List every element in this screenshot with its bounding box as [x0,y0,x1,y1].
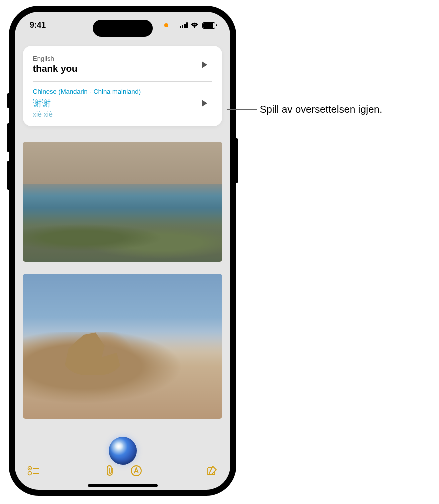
photo-river[interactable] [23,142,222,262]
callout-line [228,110,258,110]
recording-indicator-icon [164,24,168,28]
status-time: 9:41 [30,21,46,30]
target-language-label: Chinese (Mandarin - China mainland) [33,88,196,96]
note-content[interactable] [23,142,222,455]
source-section: English thank you [33,55,212,74]
play-translation-button[interactable] [196,96,212,112]
mute-switch[interactable] [8,94,9,108]
screen: 9:41 English thank you [15,12,230,490]
photo-rock-arch[interactable] [23,274,222,419]
power-button[interactable] [236,138,238,184]
play-source-button[interactable] [196,57,212,73]
translation-card: English thank you Chinese (Mandarin - Ch… [23,46,222,126]
markup-button[interactable] [130,465,142,477]
checklist-button[interactable] [28,466,40,476]
target-transliteration: xiè xiè [33,110,196,118]
card-divider [33,82,212,82]
battery-icon [202,22,216,29]
target-section: Chinese (Mandarin - China mainland) 谢谢 x… [33,88,212,118]
attachment-button[interactable] [104,465,116,477]
home-indicator[interactable] [88,484,158,487]
callout-text: Spill av oversettelsen igjen. [260,104,382,116]
phone-frame: 9:41 English thank you [9,6,236,496]
play-icon [202,62,208,68]
wifi-icon [190,22,199,28]
status-right [164,22,216,29]
volume-down-button[interactable] [8,161,9,190]
dynamic-island[interactable] [93,20,153,37]
compose-button[interactable] [206,465,218,477]
cellular-signal-icon [180,22,188,28]
play-icon [202,100,208,107]
source-phrase: thank you [33,64,196,74]
svg-point-2 [28,472,32,476]
volume-up-button[interactable] [8,124,9,152]
target-phrase: 谢谢 [33,98,196,110]
source-language-label: English [33,55,196,62]
siri-orb[interactable] [109,437,137,465]
